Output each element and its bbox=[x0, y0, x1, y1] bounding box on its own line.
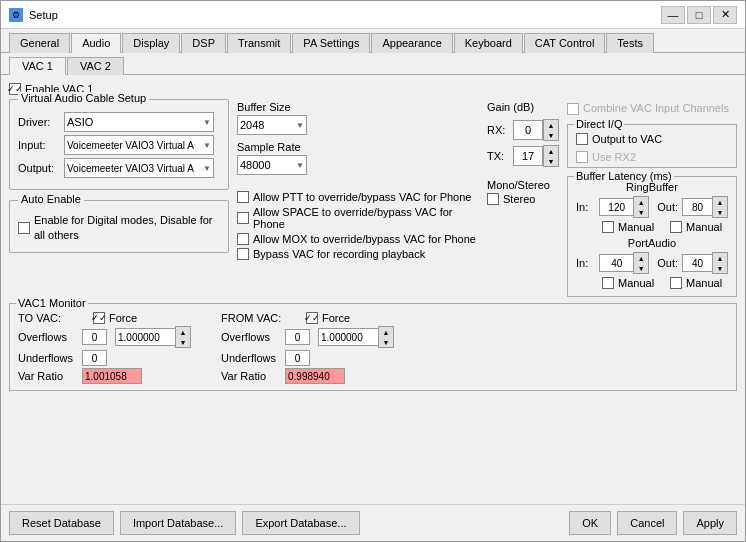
from-vac-underflows-row: Underflows 0 bbox=[221, 350, 394, 366]
from-vac-varratio-value: 0.998940 bbox=[285, 368, 345, 384]
port-in-manual-box[interactable] bbox=[602, 277, 614, 289]
sub-tab-vac2[interactable]: VAC 2 bbox=[67, 57, 124, 75]
driver-combo[interactable]: ASIO ▼ bbox=[64, 112, 214, 132]
port-out-manual-box[interactable] bbox=[670, 277, 682, 289]
ptt-option-0[interactable]: Allow PTT to override/bypass VAC for Pho… bbox=[237, 191, 479, 203]
apply-button[interactable]: Apply bbox=[683, 511, 737, 535]
ptt-option-1[interactable]: Allow SPACE to override/bypass VAC for P… bbox=[237, 206, 479, 230]
ring-in-up[interactable]: ▲ bbox=[634, 197, 648, 207]
export-database-button[interactable]: Export Database... bbox=[242, 511, 359, 535]
tx-up-button[interactable]: ▲ bbox=[544, 146, 558, 156]
tx-down-button[interactable]: ▼ bbox=[544, 156, 558, 166]
from-vac-mult-down[interactable]: ▼ bbox=[379, 337, 393, 347]
stereo-checkbox[interactable]: Stereo bbox=[487, 193, 559, 205]
sample-rate-combo[interactable]: 48000 ▼ bbox=[237, 155, 307, 175]
tab-display[interactable]: Display bbox=[122, 33, 180, 53]
left-column: ✓ Enable VAC 1 Virtual Audio Cable Setup… bbox=[9, 83, 229, 297]
ring-out-manual[interactable]: Manual bbox=[670, 221, 722, 233]
rx-down-button[interactable]: ▼ bbox=[544, 130, 558, 140]
port-in-label: In: bbox=[576, 257, 595, 269]
to-vac-mult-up[interactable]: ▲ bbox=[176, 327, 190, 337]
maximize-button[interactable]: □ bbox=[687, 6, 711, 24]
to-vac-force-box[interactable]: ✓ bbox=[93, 312, 105, 324]
rx-up-button[interactable]: ▲ bbox=[544, 120, 558, 130]
port-out-manual[interactable]: Manual bbox=[670, 277, 722, 289]
port-in-down[interactable]: ▼ bbox=[634, 263, 648, 273]
mono-stereo-label: Mono/Stereo bbox=[487, 179, 559, 191]
output-to-vac-checkbox[interactable]: Output to VAC bbox=[576, 133, 728, 145]
ring-out-input[interactable] bbox=[682, 198, 712, 216]
auto-enable-check-box[interactable] bbox=[18, 222, 30, 234]
tab-general[interactable]: General bbox=[9, 33, 70, 53]
use-rx2-check-box[interactable] bbox=[576, 151, 588, 163]
ring-out-down[interactable]: ▼ bbox=[713, 207, 727, 217]
ring-in-manual-box[interactable] bbox=[602, 221, 614, 233]
reset-database-button[interactable]: Reset Database bbox=[9, 511, 114, 535]
from-vac-mult-input[interactable] bbox=[318, 328, 378, 346]
buffer-size-label: Buffer Size bbox=[237, 101, 479, 113]
ptt-check-3[interactable] bbox=[237, 248, 249, 260]
ptt-option-3[interactable]: Bypass VAC for recording playback bbox=[237, 248, 479, 260]
cancel-button[interactable]: Cancel bbox=[617, 511, 677, 535]
ptt-option-2[interactable]: Allow MOX to override/bypass VAC for Pho… bbox=[237, 233, 479, 245]
rx-input[interactable]: 0 bbox=[513, 120, 543, 140]
ring-out-manual-label: Manual bbox=[686, 221, 722, 233]
from-vac-force-box[interactable]: ✓ bbox=[306, 312, 318, 324]
sample-rate-value: 48000 bbox=[240, 159, 271, 171]
input-label: Input: bbox=[18, 139, 60, 151]
from-vac-mult-up[interactable]: ▲ bbox=[379, 327, 393, 337]
ring-out-up[interactable]: ▲ bbox=[713, 197, 727, 207]
ring-buffer-title: RingBuffer bbox=[576, 181, 728, 193]
stereo-check-box[interactable] bbox=[487, 193, 499, 205]
auto-enable-checkbox[interactable]: Enable for Digital modes, Disable for al… bbox=[18, 213, 220, 244]
tx-input[interactable]: 17 bbox=[513, 146, 543, 166]
to-vac-mult-input[interactable] bbox=[115, 328, 175, 346]
output-to-vac-check-box[interactable] bbox=[576, 133, 588, 145]
combine-vac-checkbox[interactable]: Combine VAC Input Channels bbox=[567, 101, 737, 116]
port-in-manual[interactable]: Manual bbox=[602, 277, 654, 289]
to-vac-mult-down[interactable]: ▼ bbox=[176, 337, 190, 347]
port-in-input[interactable] bbox=[599, 254, 633, 272]
to-vac-label: TO VAC: bbox=[18, 312, 73, 324]
sample-rate-section: Sample Rate 48000 ▼ bbox=[237, 141, 479, 175]
gain-column: Gain (dB) RX: 0 ▲ ▼ TX: 17 bbox=[487, 101, 559, 297]
ptt-check-0[interactable] bbox=[237, 191, 249, 203]
import-database-button[interactable]: Import Database... bbox=[120, 511, 237, 535]
right-column: Combine VAC Input Channels Direct I/Q Ou… bbox=[567, 83, 737, 297]
use-rx2-checkbox[interactable]: Use RX2 bbox=[576, 151, 728, 163]
tab-audio[interactable]: Audio bbox=[71, 33, 121, 53]
port-in-up[interactable]: ▲ bbox=[634, 253, 648, 263]
ptt-check-1[interactable] bbox=[237, 212, 249, 224]
ring-out-manual-box[interactable] bbox=[670, 221, 682, 233]
tab-tests[interactable]: Tests bbox=[606, 33, 654, 53]
to-vac-underflows-value: 0 bbox=[82, 350, 107, 366]
port-out-up[interactable]: ▲ bbox=[713, 253, 727, 263]
from-vac-overflows-label: Overflows bbox=[221, 331, 281, 343]
port-out-input[interactable] bbox=[682, 254, 712, 272]
tab-cat-control[interactable]: CAT Control bbox=[524, 33, 606, 53]
ok-button[interactable]: OK bbox=[569, 511, 611, 535]
sub-tab-vac1[interactable]: VAC 1 bbox=[9, 57, 66, 75]
ring-in-input[interactable] bbox=[599, 198, 633, 216]
tab-dsp[interactable]: DSP bbox=[181, 33, 226, 53]
combine-vac-check-box[interactable] bbox=[567, 103, 579, 115]
buffer-size-combo[interactable]: 2048 ▼ bbox=[237, 115, 307, 135]
ring-in-down[interactable]: ▼ bbox=[634, 207, 648, 217]
to-vac-force[interactable]: ✓ Force bbox=[93, 312, 137, 324]
close-button[interactable]: ✕ bbox=[713, 6, 737, 24]
ptt-check-2[interactable] bbox=[237, 233, 249, 245]
to-vac-overflows-row: Overflows 0 ▲ ▼ bbox=[18, 326, 191, 348]
tab-transmit[interactable]: Transmit bbox=[227, 33, 291, 53]
from-vac-force[interactable]: ✓ Force bbox=[306, 312, 350, 324]
input-combo[interactable]: Voicemeeter VAIO3 Virtual A ▼ bbox=[64, 135, 214, 155]
ring-out-label: Out: bbox=[657, 201, 678, 213]
tab-keyboard[interactable]: Keyboard bbox=[454, 33, 523, 53]
ring-in-manual[interactable]: Manual bbox=[602, 221, 654, 233]
tab-appearance[interactable]: Appearance bbox=[371, 33, 452, 53]
output-combo[interactable]: Voicemeeter VAIO3 Virtual A ▼ bbox=[64, 158, 214, 178]
port-out-down[interactable]: ▼ bbox=[713, 263, 727, 273]
tab-pa-settings[interactable]: PA Settings bbox=[292, 33, 370, 53]
mono-stereo-section: Mono/Stereo Stereo bbox=[487, 179, 559, 205]
minimize-button[interactable]: — bbox=[661, 6, 685, 24]
combine-vac-section: Combine VAC Input Channels bbox=[567, 101, 737, 116]
